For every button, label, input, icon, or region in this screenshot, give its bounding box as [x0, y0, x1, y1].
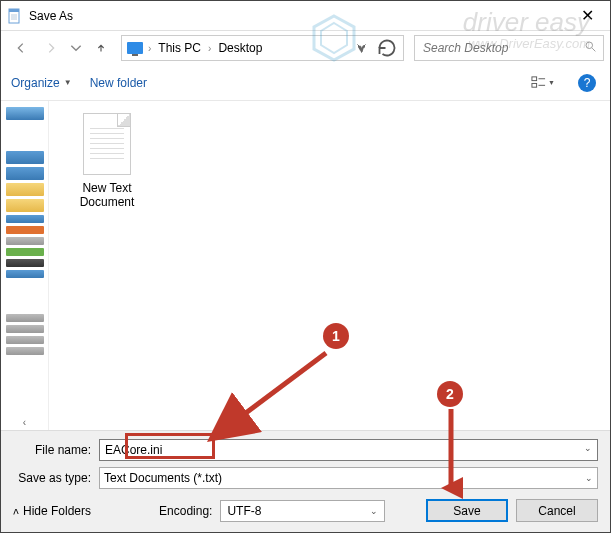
sidebar-thumb[interactable] [6, 107, 44, 120]
breadcrumb-thispc[interactable]: This PC [155, 41, 204, 55]
chevron-down-icon: ▼ [64, 78, 72, 87]
svg-point-5 [586, 42, 593, 49]
sidebar-thumb[interactable] [6, 314, 44, 322]
sidebar-thumb[interactable] [6, 336, 44, 344]
search-icon [584, 39, 597, 57]
sidebar-thumb[interactable] [6, 325, 44, 333]
nav-recent-button[interactable] [67, 34, 85, 62]
save-as-dialog: Save As ✕ › This PC › Desktop ⮟ Organize… [0, 0, 611, 533]
search-input[interactable] [421, 40, 584, 56]
chevron-right-icon: › [146, 43, 153, 54]
window-title: Save As [29, 9, 565, 23]
view-options-button[interactable]: ▼ [530, 70, 556, 96]
titlebar: Save As ✕ [1, 1, 610, 31]
save-button[interactable]: Save [426, 499, 508, 522]
sidebar-thumb[interactable] [6, 237, 44, 245]
svg-rect-7 [532, 77, 537, 81]
bottom-panel: File name: ⌄ Save as type: Text Document… [1, 430, 610, 532]
svg-rect-8 [532, 83, 537, 87]
cancel-button[interactable]: Cancel [516, 499, 598, 522]
refresh-button[interactable] [375, 36, 399, 60]
filename-label: File name: [13, 443, 99, 457]
close-button[interactable]: ✕ [565, 1, 610, 31]
savetype-combo[interactable]: Text Documents (*.txt) ⌄ [99, 467, 598, 489]
svg-rect-1 [9, 9, 19, 12]
chevron-left-icon[interactable]: ‹ [23, 417, 26, 428]
nav-up-button[interactable] [87, 34, 115, 62]
help-icon: ? [578, 74, 596, 92]
sidebar-thumb[interactable] [6, 270, 44, 278]
new-folder-button[interactable]: New folder [90, 76, 147, 90]
chevron-right-icon: › [206, 43, 213, 54]
hide-folders-button[interactable]: ʌ Hide Folders [13, 504, 91, 518]
annotation-box-1 [125, 433, 215, 459]
sidebar-thumb[interactable] [6, 199, 44, 212]
main-area: ‹ New Text Document [1, 101, 610, 430]
sidebar-thumb[interactable] [6, 347, 44, 355]
nav-forward-button[interactable] [37, 34, 65, 62]
breadcrumb-drop-icon[interactable]: ⮟ [353, 43, 371, 54]
search-box[interactable] [414, 35, 604, 61]
breadcrumb[interactable]: › This PC › Desktop ⮟ [121, 35, 404, 61]
encoding-label: Encoding: [159, 504, 212, 518]
help-button[interactable]: ? [574, 70, 600, 96]
chevron-up-icon: ʌ [13, 505, 19, 516]
savetype-label: Save as type: [13, 471, 99, 485]
sidebar-thumb[interactable] [6, 151, 44, 164]
thispc-icon [126, 41, 144, 55]
file-label: New Text Document [67, 181, 147, 209]
sidebar-thumb[interactable] [6, 215, 44, 223]
toolbar: Organize ▼ New folder ▼ ? [1, 65, 610, 101]
chevron-down-icon[interactable]: ⌄ [584, 443, 592, 453]
sidebar-thumb[interactable] [6, 248, 44, 256]
chevron-down-icon: ⌄ [585, 473, 593, 483]
navbar: › This PC › Desktop ⮟ [1, 31, 610, 65]
svg-line-6 [592, 48, 595, 51]
encoding-combo[interactable]: UTF-8 ⌄ [220, 500, 385, 522]
sidebar-thumb[interactable] [6, 226, 44, 234]
sidebar-thumb[interactable] [6, 167, 44, 180]
file-list[interactable]: New Text Document [49, 101, 610, 430]
sidebar[interactable]: ‹ [1, 101, 49, 430]
sidebar-thumb[interactable] [6, 183, 44, 196]
sidebar-thumb[interactable] [6, 259, 44, 267]
text-file-icon [83, 113, 131, 175]
chevron-down-icon: ⌄ [370, 506, 378, 516]
breadcrumb-desktop[interactable]: Desktop [215, 41, 265, 55]
nav-back-button[interactable] [7, 34, 35, 62]
file-item[interactable]: New Text Document [67, 113, 147, 209]
organize-menu[interactable]: Organize ▼ [11, 76, 72, 90]
notepad-icon [7, 8, 23, 24]
